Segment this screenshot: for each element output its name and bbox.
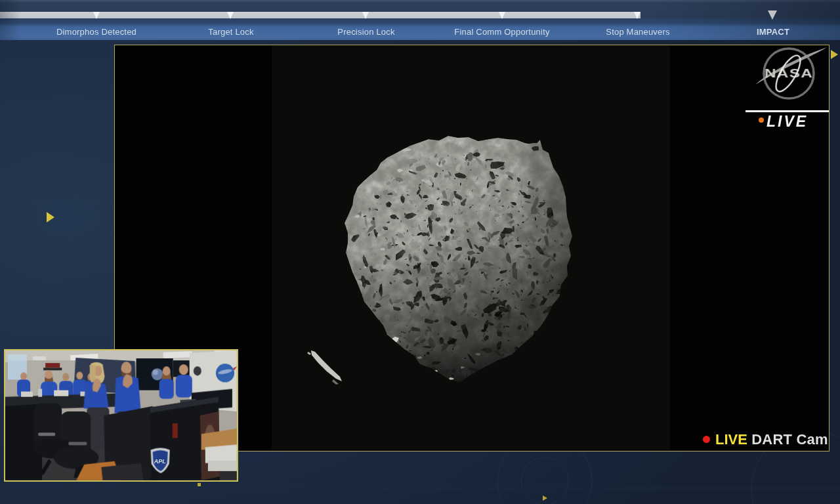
svg-text:NASA: NASA xyxy=(765,68,813,81)
